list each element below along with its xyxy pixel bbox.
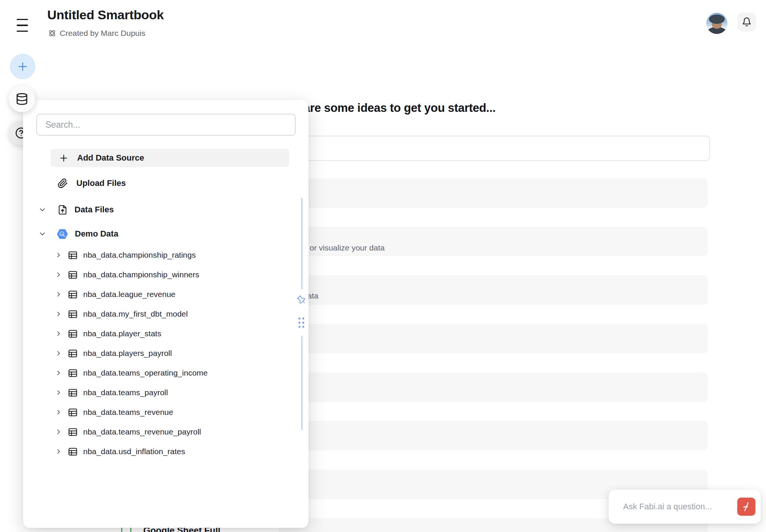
created-by-row: Created by Marc Dupuis [48, 29, 145, 38]
pin-panel-button[interactable] [296, 294, 307, 305]
chevron-right-icon[interactable] [55, 408, 62, 416]
add-data-source-button[interactable]: Add Data Source [51, 149, 289, 167]
data-files-section[interactable]: Data Files [38, 200, 289, 219]
paperclip-icon [57, 178, 68, 189]
chevron-right-icon[interactable] [55, 428, 62, 436]
idea-card[interactable] [279, 421, 708, 450]
data-files-label: Data Files [74, 205, 114, 215]
table-row[interactable]: nba_data.teams_operating_income [38, 363, 295, 383]
demo-data-label: Demo Data [75, 229, 118, 239]
idea-card[interactable]: or visualize your data [279, 227, 708, 256]
table-row[interactable]: nba_data.players_payroll [38, 343, 295, 363]
chevron-right-icon[interactable] [55, 389, 62, 396]
app-root: { "header": { "title": "Untitled Smartbo… [0, 0, 766, 532]
table-row[interactable]: nba_data.league_revenue [38, 285, 295, 304]
table-row[interactable]: nba_data.my_first_dbt_model [38, 304, 295, 324]
lightning-icon [741, 501, 752, 512]
prompt-input-card[interactable] [279, 136, 710, 161]
file-upload-icon [57, 205, 68, 215]
table-row[interactable]: nba_data.player_stats [38, 324, 295, 343]
ask-fabi-bar [609, 490, 761, 524]
ask-submit-button[interactable] [737, 498, 755, 516]
page-title[interactable]: Untitled Smartbook [47, 8, 164, 22]
pushpin-icon [296, 294, 307, 305]
table-name: nba_data.player_stats [83, 329, 161, 338]
panel-scrollbar[interactable] [301, 198, 302, 289]
idea-card[interactable] [279, 373, 708, 402]
idea-card[interactable]: ata [279, 275, 708, 305]
notifications-button[interactable] [737, 12, 756, 31]
table-name: nba_data.teams_payroll [83, 388, 168, 397]
table-row[interactable]: nba_data.teams_payroll [38, 383, 295, 402]
table-name: nba_data.teams_operating_income [83, 368, 208, 377]
data-sources-button[interactable] [9, 86, 35, 112]
table-name: nba_data.league_revenue [83, 290, 175, 299]
avatar[interactable] [706, 13, 727, 34]
table-name: nba_data.my_first_dbt_model [83, 309, 188, 319]
add-cell-button[interactable] [10, 54, 35, 79]
drag-handle-icon[interactable] [298, 317, 304, 328]
chevron-right-icon[interactable] [55, 271, 62, 278]
demo-data-section[interactable]: Demo Data [38, 224, 289, 243]
table-icon [68, 447, 78, 457]
table-row[interactable]: nba_data.teams_revenue [38, 402, 295, 422]
table-row[interactable]: nba_data.usd_inflation_rates [38, 442, 295, 461]
chevron-right-icon[interactable] [55, 310, 62, 318]
chevron-right-icon[interactable] [55, 369, 62, 377]
upload-files-button[interactable]: Upload Files [51, 175, 289, 192]
table-name: nba_data.teams_revenue_payroll [83, 427, 201, 436]
idea-card[interactable] [279, 324, 708, 353]
panel-scrollbar[interactable] [301, 336, 302, 430]
add-data-source-label: Add Data Source [77, 153, 144, 163]
table-icon [68, 250, 78, 260]
table-icon [68, 407, 78, 418]
bell-icon [742, 17, 752, 27]
ask-fabi-input[interactable] [622, 501, 733, 512]
chevron-down-icon[interactable] [38, 206, 47, 214]
table-icon [68, 309, 78, 319]
plus-icon [17, 61, 28, 72]
search-input[interactable] [36, 114, 296, 136]
table-name: nba_data.players_payroll [83, 349, 172, 358]
chevron-right-icon[interactable] [55, 350, 62, 357]
table-list: nba_data.championship_ratings nba_data.c… [38, 245, 295, 461]
knot-atom-icon [48, 29, 56, 37]
table-name: nba_data.championship_winners [83, 270, 199, 279]
table-row[interactable]: nba_data.championship_ratings [38, 245, 295, 265]
table-row[interactable]: nba_data.championship_winners [38, 265, 295, 285]
table-icon [68, 388, 78, 398]
chevron-right-icon[interactable] [55, 330, 62, 337]
data-source-panel: Add Data Source Upload Files Data Files [23, 100, 309, 528]
plus-icon [59, 153, 69, 163]
chevron-right-icon[interactable] [55, 251, 62, 259]
bigquery-hexagon-icon [57, 229, 68, 239]
table-icon [68, 348, 78, 359]
idea-card[interactable] [279, 178, 708, 208]
table-icon [68, 289, 78, 300]
table-icon [68, 368, 78, 378]
table-row[interactable]: nba_data.teams_revenue_payroll [38, 422, 295, 442]
chevron-right-icon[interactable] [55, 448, 62, 455]
chevron-right-icon[interactable] [55, 291, 62, 298]
table-name: nba_data.usd_inflation_rates [83, 447, 185, 456]
idea-card-subtitle-fragment: or visualize your data [310, 243, 385, 252]
table-icon [68, 427, 78, 437]
menu-icon[interactable] [17, 17, 32, 33]
table-name: nba_data.teams_revenue [83, 408, 173, 417]
chevron-down-icon[interactable] [38, 230, 47, 238]
upload-files-label: Upload Files [76, 178, 126, 188]
created-by-label: Created by Marc Dupuis [60, 29, 145, 38]
table-name: nba_data.championship_ratings [83, 251, 196, 260]
idea-card-subtitle-fragment: ata [307, 291, 318, 300]
table-icon [68, 270, 78, 280]
table-icon [68, 329, 78, 339]
database-icon [16, 93, 28, 105]
